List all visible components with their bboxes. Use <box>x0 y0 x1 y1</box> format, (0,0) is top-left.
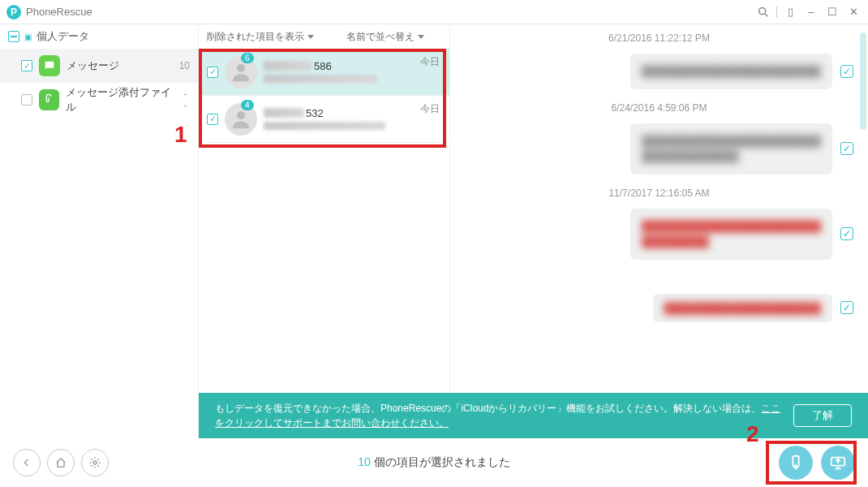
message-pane: 6/21/2016 11:22:12 PM ██████████████████… <box>450 24 868 438</box>
message-checkbox[interactable] <box>840 301 853 314</box>
conversation-row[interactable]: 4 532 今日 <box>199 96 449 143</box>
item-checkbox[interactable] <box>21 60 32 71</box>
window-minimize-icon[interactable]: – <box>803 4 819 20</box>
avatar-icon: 4 <box>225 103 257 136</box>
chevron-down-icon <box>307 35 314 39</box>
unread-badge: 4 <box>241 100 254 110</box>
recover-to-device-button[interactable] <box>779 446 813 480</box>
messages-icon <box>39 55 60 76</box>
sort-dropdown[interactable]: 名前で並べ替え <box>346 30 424 44</box>
chevron-down-icon <box>418 35 424 39</box>
conversation-preview <box>264 122 441 131</box>
app-logo-icon: P <box>6 5 21 19</box>
collapse-icon[interactable]: ▣ <box>24 32 32 41</box>
message-bubble[interactable]: █████████████████████ <box>653 294 832 323</box>
footer: 10 個の項目が選択されました 2 <box>0 438 868 487</box>
group-label: 個人データ <box>37 29 89 44</box>
recover-to-computer-button[interactable] <box>821 446 855 480</box>
sidebar: ▣ 個人データ メッセージ 10 メッセージ添付ファイル -- <box>0 24 199 438</box>
message-timestamp: 6/24/2016 4:59:06 PM <box>611 102 707 114</box>
selection-status: 10 個の項目が選択されました <box>358 455 509 470</box>
callout-label-1: 1 <box>174 122 187 148</box>
filter-dropdown[interactable]: 削除された項目を表示 <box>207 30 314 44</box>
item-count: -- <box>183 88 190 111</box>
item-count: 10 <box>179 60 190 71</box>
item-label: メッセージ <box>67 58 119 73</box>
message-timestamp: 11/7/2017 12:16:05 AM <box>608 187 709 199</box>
svg-point-2 <box>237 64 245 72</box>
scrollbar[interactable] <box>860 24 866 390</box>
item-label: メッセージ添付ファイル <box>66 85 178 114</box>
unread-badge: 6 <box>241 53 254 63</box>
sidebar-item-messages[interactable]: メッセージ 10 <box>0 49 198 83</box>
app-title: PhoneRescue <box>26 6 92 18</box>
banner-ok-button[interactable]: 了解 <box>793 404 852 427</box>
item-checkbox[interactable] <box>21 94 32 106</box>
row-checkbox[interactable] <box>207 114 218 125</box>
sort-label: 名前で並べ替え <box>346 30 415 44</box>
conversation-date: 今日 <box>420 55 440 69</box>
message-bubble[interactable]: █████████████████████████████████ <box>630 209 832 260</box>
sidebar-group[interactable]: ▣ 個人データ <box>0 24 198 49</box>
attachments-icon <box>39 89 59 110</box>
row-checkbox[interactable] <box>207 67 218 78</box>
filter-label: 削除された項目を表示 <box>207 30 304 44</box>
settings-button[interactable] <box>81 449 109 476</box>
banner-text: もしデータを復元できなかった場合、PhoneRescueの「iCloudからリカ… <box>215 401 782 430</box>
svg-point-4 <box>93 461 97 464</box>
svg-point-3 <box>237 111 245 119</box>
scrollbar-thumb[interactable] <box>860 32 866 130</box>
info-banner: もしデータを復元できなかった場合、PhoneRescueの「iCloudからリカ… <box>199 393 868 438</box>
title-bar: P PhoneRescue ▯ – ☐ ✕ <box>0 0 868 24</box>
message-checkbox[interactable] <box>840 142 853 155</box>
message-bubble[interactable]: ████████████████████████ <box>630 54 832 89</box>
callout-label-2: 2 <box>746 421 759 447</box>
svg-point-0 <box>759 7 766 14</box>
search-icon[interactable] <box>755 4 771 20</box>
mid-header: 削除された項目を表示 名前で並べ替え <box>199 24 449 49</box>
sidebar-item-attachments[interactable]: メッセージ添付ファイル -- <box>0 83 198 117</box>
divider <box>776 6 777 18</box>
message-bubble[interactable]: █████████████████████████████████████ <box>630 123 832 175</box>
svg-line-1 <box>765 14 767 16</box>
selection-count: 10 <box>358 455 371 468</box>
conversation-row[interactable]: 6 586 今日 <box>199 49 449 96</box>
back-button[interactable] <box>13 449 41 476</box>
window-maximize-icon[interactable]: ☐ <box>824 4 840 20</box>
conversation-date: 今日 <box>420 102 440 116</box>
group-checkbox[interactable] <box>8 31 19 42</box>
message-checkbox[interactable] <box>840 65 853 78</box>
conversation-preview <box>264 75 441 84</box>
avatar-icon: 6 <box>225 56 257 88</box>
conversation-column: 削除された項目を表示 名前で並べ替え 6 586 <box>199 24 450 438</box>
message-checkbox[interactable] <box>840 227 853 240</box>
home-button[interactable] <box>47 449 75 476</box>
window-panel-icon[interactable]: ▯ <box>782 4 798 20</box>
message-timestamp: 6/21/2016 11:22:12 PM <box>608 32 710 44</box>
conversation-title: 532 <box>264 106 441 119</box>
window-close-icon[interactable]: ✕ <box>845 4 862 20</box>
conversation-title: 586 <box>264 59 441 72</box>
conversation-list: 6 586 今日 4 <box>199 49 449 143</box>
